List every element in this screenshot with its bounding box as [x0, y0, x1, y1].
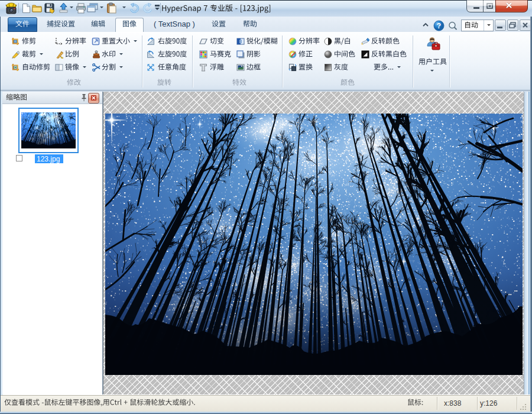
- svg-text:?: ?: [437, 22, 441, 30]
